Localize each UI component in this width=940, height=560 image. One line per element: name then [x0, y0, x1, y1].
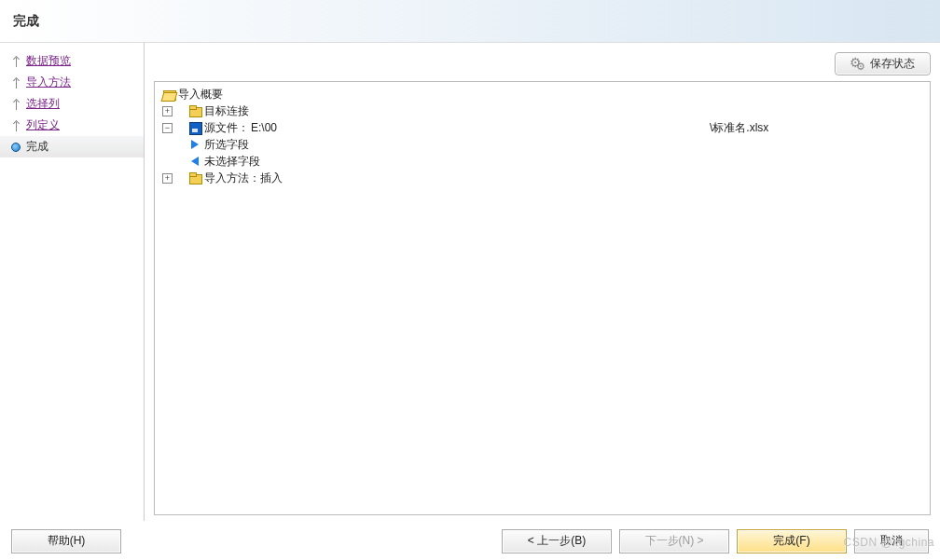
save-state-label: 保存状态 [870, 56, 915, 72]
expander-minus-icon[interactable]: − [162, 123, 173, 133]
arrow-up-icon [11, 76, 21, 89]
gears-icon [850, 58, 864, 71]
tree-source-file-path-start: E:\00 [251, 119, 277, 136]
summary-tree[interactable]: 导入概要 + 目标连接 − 源文件： E:\00 \标准名.xlsx [154, 81, 931, 515]
page-title: 完成 [13, 13, 39, 30]
cancel-button[interactable]: 取消 [854, 529, 929, 553]
folder-icon [188, 104, 202, 117]
current-step-dot-icon [11, 143, 21, 152]
tree-label: 未选择字段 [204, 153, 260, 170]
disk-icon [188, 121, 202, 134]
sidebar-item-label: 导入方法 [26, 75, 71, 90]
tree-label: 导入方法：插入 [204, 170, 283, 186]
right-arrow-icon [188, 138, 202, 151]
arrow-up-icon [11, 55, 21, 68]
sidebar-item-label: 数据预览 [26, 53, 71, 69]
tree-node-source-file[interactable]: − 源文件： E:\00 \标准名.xlsx [157, 119, 928, 136]
tree-source-file-prefix: 源文件： [204, 119, 249, 136]
expander-plus-icon[interactable]: + [162, 106, 173, 116]
wizard-footer: 帮助(H) < 上一步(B) 下一步(N) > 完成(F) 取消 [0, 521, 940, 560]
steps-sidebar: 数据预览 导入方法 选择列 列定义 完成 [0, 43, 145, 521]
wizard-header: 完成 [0, 0, 940, 43]
main-toolbar: 保存状态 [154, 52, 931, 75]
finish-button[interactable]: 完成(F) [737, 529, 847, 553]
tree-node-import-method[interactable]: + 导入方法：插入 [157, 170, 928, 186]
arrow-up-icon [11, 98, 21, 111]
arrow-up-icon [11, 119, 21, 132]
sidebar-item-data-preview[interactable]: 数据预览 [0, 50, 144, 72]
tree-node-selected-fields[interactable]: + 所选字段 [157, 136, 928, 153]
sidebar-item-select-columns[interactable]: 选择列 [0, 93, 144, 115]
tree-root-import-summary[interactable]: 导入概要 [157, 86, 928, 102]
wizard-body: 数据预览 导入方法 选择列 列定义 完成 保存状态 [0, 43, 940, 521]
help-button[interactable]: 帮助(H) [11, 529, 121, 553]
tree-label: 导入概要 [178, 86, 223, 102]
tree-node-target-connection[interactable]: + 目标连接 [157, 102, 928, 119]
folder-open-icon [162, 88, 176, 101]
tree-label: 所选字段 [204, 136, 249, 153]
sidebar-item-import-method[interactable]: 导入方法 [0, 72, 144, 93]
tree-label: 目标连接 [204, 102, 249, 119]
left-arrow-icon [188, 155, 202, 168]
sidebar-item-label: 完成 [26, 139, 48, 155]
tree-node-unselected-fields[interactable]: + 未选择字段 [157, 153, 928, 170]
sidebar-item-column-definition[interactable]: 列定义 [0, 115, 144, 136]
sidebar-item-finish[interactable]: 完成 [0, 136, 144, 157]
sidebar-item-label: 列定义 [26, 117, 60, 133]
main-panel: 保存状态 导入概要 + 目标连接 − 源文件： E:\ [145, 43, 940, 521]
expander-plus-icon[interactable]: + [162, 173, 173, 184]
folder-icon [188, 171, 202, 184]
previous-button[interactable]: < 上一步(B) [502, 529, 612, 553]
save-state-button[interactable]: 保存状态 [835, 52, 931, 75]
next-button: 下一步(N) > [619, 529, 729, 553]
tree-source-file-path-end: \标准名.xlsx [710, 119, 768, 136]
sidebar-item-label: 选择列 [26, 96, 60, 112]
